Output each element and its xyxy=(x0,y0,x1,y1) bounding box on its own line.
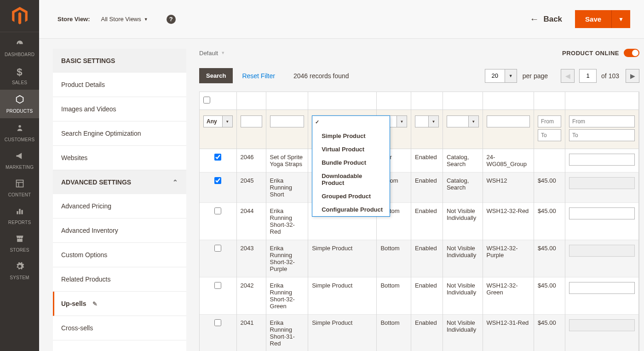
row-checkbox[interactable] xyxy=(214,177,221,184)
cell-attribute-set: Bottom xyxy=(377,277,411,315)
advanced-settings-header[interactable]: ADVANCED SETTINGS ⌃ xyxy=(53,170,186,194)
cell-id: 2046 xyxy=(236,149,266,173)
filter-attrset-dropdown[interactable]: ▼ xyxy=(397,115,407,127)
mass-select-dropdown[interactable]: ▼ xyxy=(223,115,233,127)
tab-search-engine-optimization[interactable]: Search Engine Optimization xyxy=(53,121,186,146)
mass-select-value: Any xyxy=(203,115,223,127)
type-option[interactable] xyxy=(312,116,390,129)
nav-item-products[interactable]: PRODUCTS xyxy=(0,90,39,118)
nav-label: SYSTEM xyxy=(10,275,29,280)
cell-visibility: Catalog, Search xyxy=(443,149,483,173)
row-checkbox[interactable] xyxy=(214,282,221,289)
back-button[interactable]: ← Back xyxy=(529,14,562,24)
filter-status-dropdown[interactable]: ▼ xyxy=(429,115,439,127)
sales-icon: $ xyxy=(17,66,22,78)
basic-settings-header[interactable]: BASIC SETTINGS xyxy=(53,49,186,73)
nav-item-reports[interactable]: REPORTS xyxy=(0,202,39,230)
cell-attribute-set: Bottom xyxy=(377,315,411,351)
nav-label: MARKETING xyxy=(6,165,34,170)
nav-item-customers[interactable]: CUSTOMERS xyxy=(0,118,39,147)
filter-price-to[interactable] xyxy=(538,129,561,141)
cell-name: Erika Running Short-32-Purple xyxy=(266,240,308,277)
reset-filter-link[interactable]: Reset Filter xyxy=(242,72,275,80)
filter-id-input[interactable] xyxy=(241,115,262,127)
position-input[interactable] xyxy=(569,319,635,331)
cell-sku: WSH12-31-Red xyxy=(483,315,534,351)
cell-id: 2042 xyxy=(236,277,266,315)
type-option[interactable]: Simple Product xyxy=(312,129,390,143)
chevron-down-icon: ▼ xyxy=(221,51,225,55)
tab-related-products[interactable]: Related Products xyxy=(53,267,186,292)
nav-item-system[interactable]: SYSTEM xyxy=(0,257,39,285)
filter-sku-input[interactable] xyxy=(487,115,530,127)
tab-custom-options[interactable]: Custom Options xyxy=(53,243,186,267)
type-option[interactable]: Bundle Product xyxy=(312,156,390,169)
cell-status: Enabled xyxy=(411,149,443,173)
nav-item-stores[interactable]: STORES xyxy=(0,230,39,257)
svg-rect-1 xyxy=(16,180,23,187)
row-checkbox[interactable] xyxy=(214,154,221,161)
help-icon[interactable]: ? xyxy=(167,15,176,24)
view-switcher[interactable]: Default ▼ xyxy=(199,50,225,57)
tab-advanced-inventory[interactable]: Advanced Inventory xyxy=(53,219,186,243)
select-all-checkbox[interactable] xyxy=(203,97,210,104)
nav-label: CUSTOMERS xyxy=(5,137,35,142)
row-checkbox[interactable] xyxy=(214,245,221,252)
prev-page-button[interactable]: ◀ xyxy=(561,69,575,83)
nav-label: REPORTS xyxy=(8,220,31,225)
system-icon xyxy=(15,262,24,273)
product-online-toggle[interactable] xyxy=(624,49,639,57)
cell-status: Enabled xyxy=(411,203,443,240)
tab-cross-sells[interactable]: Cross-sells xyxy=(53,316,186,340)
save-button[interactable]: Save xyxy=(575,10,611,28)
type-option[interactable]: Grouped Product xyxy=(312,190,390,203)
store-view-switcher[interactable]: All Store Views ▼ xyxy=(101,16,148,23)
type-option[interactable]: Configurable Product xyxy=(312,203,390,216)
cell-attribute-set: Bottom xyxy=(377,240,411,277)
tab-advanced-pricing[interactable]: Advanced Pricing xyxy=(53,194,186,219)
position-input[interactable] xyxy=(569,207,635,219)
nav-item-content[interactable]: CONTENT xyxy=(0,174,39,202)
position-input[interactable] xyxy=(569,154,635,166)
table-row: 2043Erika Running Short-32-PurpleSimple … xyxy=(200,240,639,277)
current-page-input[interactable] xyxy=(579,69,597,83)
nav-item-dashboard[interactable]: DASHBOARD xyxy=(0,35,39,62)
row-checkbox[interactable] xyxy=(214,319,221,326)
filter-name-input[interactable] xyxy=(270,115,305,127)
row-checkbox[interactable] xyxy=(214,207,221,214)
tab-websites[interactable]: Websites xyxy=(53,146,186,170)
position-input[interactable] xyxy=(569,282,635,294)
save-dropdown-toggle[interactable]: ▼ xyxy=(611,10,630,28)
dashboard-icon xyxy=(15,40,25,50)
grid-area: Default ▼ PRODUCT ONLINE Search Reset Fi… xyxy=(186,49,644,351)
type-option[interactable]: Virtual Product xyxy=(312,143,390,156)
per-page-dropdown[interactable]: ▼ xyxy=(505,69,517,83)
cell-price: $45.00 xyxy=(534,203,565,240)
next-page-button[interactable]: ▶ xyxy=(626,69,639,83)
filter-position-from[interactable] xyxy=(569,115,635,127)
nav-item-marketing[interactable]: MARKETING xyxy=(0,147,39,174)
type-option[interactable]: Downloadable Product xyxy=(312,169,390,190)
per-page-input[interactable] xyxy=(485,69,505,83)
nav-item-sales[interactable]: $SALES xyxy=(0,62,39,90)
cell-sku: WSH12 xyxy=(483,173,534,203)
cell-name: Set of Sprite Yoga Straps xyxy=(266,149,308,173)
filter-visibility-value xyxy=(447,115,469,127)
cell-price: $45.00 xyxy=(534,315,565,351)
cell-visibility: Not Visible Individually xyxy=(443,277,483,315)
content-icon xyxy=(15,179,24,190)
tab-product-details[interactable]: Product Details xyxy=(53,73,186,97)
settings-sidebar: BASIC SETTINGS Product DetailsImages and… xyxy=(53,49,186,351)
position-input[interactable] xyxy=(569,177,635,189)
filter-visibility-dropdown[interactable]: ▼ xyxy=(469,115,479,127)
magento-logo[interactable] xyxy=(0,0,39,32)
position-input[interactable] xyxy=(569,245,635,257)
tab-up-sells[interactable]: Up-sells✎ xyxy=(53,292,186,316)
filter-position-to[interactable] xyxy=(569,129,635,141)
search-button[interactable]: Search xyxy=(199,68,233,83)
filter-price-from[interactable] xyxy=(538,115,561,127)
cell-type: Simple Product xyxy=(308,277,377,315)
topbar: Store View: All Store Views ▼ ? ← Back S… xyxy=(39,0,644,39)
tab-images-and-videos[interactable]: Images and Videos xyxy=(53,97,186,121)
cell-name: Erika Running Short xyxy=(266,173,308,203)
